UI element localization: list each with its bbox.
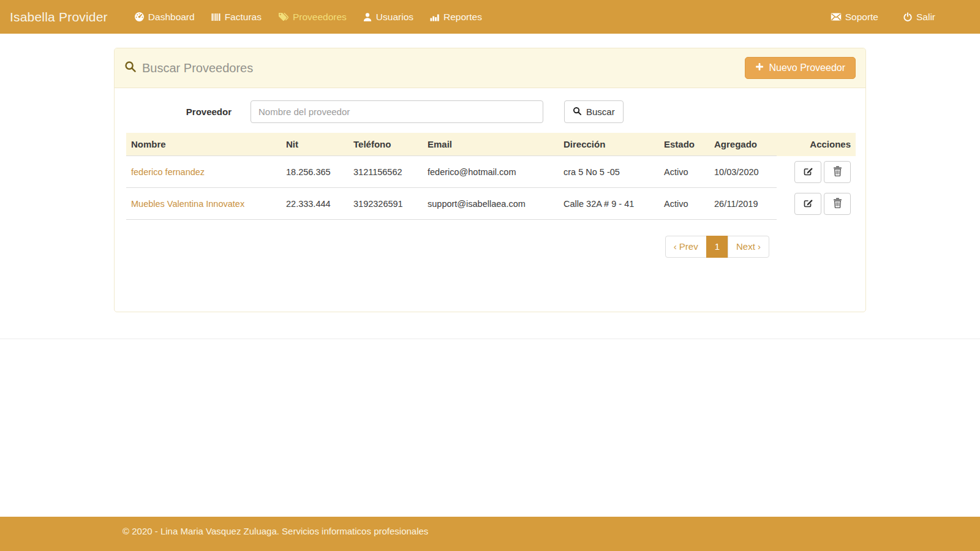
new-provider-button[interactable]: Nuevo Proveedor (745, 57, 856, 79)
barcode-icon (211, 12, 221, 22)
provider-name-link[interactable]: federico fernandez (131, 167, 205, 177)
power-icon (903, 12, 913, 22)
panel-heading: Buscar Proveedores Nuevo Proveedor (115, 48, 865, 88)
trash-icon (833, 166, 842, 178)
cell-phone: 3121156562 (349, 156, 423, 188)
col-header-nit: Nit (281, 133, 349, 156)
pagination-prev-button[interactable]: ‹ Prev (665, 236, 707, 258)
nav-item-soporte[interactable]: Soporte (823, 6, 886, 29)
pagination-next-button[interactable]: Next › (728, 236, 769, 258)
panel-title: Buscar Proveedores (124, 61, 253, 76)
provider-field-label: Proveedor (126, 107, 232, 117)
table-row: Muebles Valentina Innovatex 22.333.444 3… (126, 188, 856, 220)
page: Isabella Provider Dashboard (0, 0, 980, 551)
search-button-label: Buscar (586, 107, 615, 117)
trash-icon (833, 198, 842, 210)
cell-added: 26/11/2019 (709, 188, 777, 220)
page-divider (0, 339, 980, 339)
cell-status: Activo (659, 156, 709, 188)
pagination-page-1[interactable]: 1 (706, 236, 728, 258)
row-actions (782, 161, 851, 183)
top-navbar: Isabella Provider Dashboard (0, 0, 980, 34)
providers-table: Nombre Nit Teléfono Email Dirección Esta… (126, 133, 856, 220)
panel-title-text: Buscar Proveedores (142, 61, 253, 75)
page-footer: © 2020 - Lina Maria Vasquez Zuluaga. Ser… (0, 517, 980, 551)
row-actions (782, 193, 851, 215)
table-row: federico fernandez 18.256.365 3121156562… (126, 156, 856, 188)
footer-copyright: © 2020 - Lina Maria Vasquez Zuluaga. Ser… (123, 526, 428, 536)
tags-icon (277, 12, 289, 22)
search-button[interactable]: Buscar (564, 100, 624, 123)
provider-name-link[interactable]: Muebles Valentina Innovatex (131, 199, 244, 209)
cell-added: 10/03/2020 (709, 156, 777, 188)
edit-icon (803, 166, 813, 178)
nav-label: Salir (916, 12, 935, 23)
nav-item-usuarios[interactable]: Usuarios (355, 6, 421, 29)
cell-email: federico@hotmail.com (423, 156, 559, 188)
col-header-email: Email (423, 133, 559, 156)
nav-item-facturas[interactable]: Facturas (203, 6, 270, 29)
cell-nit: 18.256.365 (281, 156, 349, 188)
nav-label: Proveedores (293, 12, 347, 23)
provider-name-input[interactable] (251, 100, 543, 123)
edit-button[interactable] (794, 193, 821, 215)
nav-item-dashboard[interactable]: Dashboard (126, 6, 203, 29)
nav-label: Dashboard (148, 12, 195, 23)
col-header-nombre: Nombre (126, 133, 281, 156)
col-header-direccion: Dirección (559, 133, 659, 156)
panel-body: Proveedor Buscar (115, 88, 865, 312)
search-icon (124, 61, 137, 76)
cell-address: Calle 32A # 9 - 41 (559, 188, 659, 220)
pagination-row: ‹ Prev 1 Next › (126, 236, 854, 258)
cell-address: cra 5 No 5 -05 (559, 156, 659, 188)
bar-chart-icon (429, 12, 440, 22)
nav-label: Soporte (845, 12, 878, 23)
edit-button[interactable] (794, 161, 821, 183)
envelope-icon (831, 12, 842, 21)
user-icon (363, 12, 372, 22)
nav-label: Usuarios (376, 12, 413, 23)
nav-items: Dashboard Facturas (126, 6, 823, 29)
col-header-telefono: Teléfono (349, 133, 423, 156)
table-header-row: Nombre Nit Teléfono Email Dirección Esta… (126, 133, 856, 156)
providers-panel: Buscar Proveedores Nuevo Proveedor Prove… (114, 48, 866, 312)
nav-label: Reportes (443, 12, 482, 23)
nav-label: Facturas (225, 12, 262, 23)
col-header-estado: Estado (659, 133, 709, 156)
cell-nit: 22.333.444 (281, 188, 349, 220)
search-icon (573, 107, 582, 118)
search-form: Proveedor Buscar (126, 100, 854, 123)
pagination: ‹ Prev 1 Next › (665, 236, 769, 258)
brand[interactable]: Isabella Provider (10, 10, 108, 24)
nav-item-salir[interactable]: Salir (895, 6, 943, 29)
delete-button[interactable] (824, 193, 851, 215)
delete-button[interactable] (824, 161, 851, 183)
nav-right: Soporte Salir (823, 6, 943, 29)
nav-item-proveedores[interactable]: Proveedores (270, 6, 355, 29)
plus-icon (755, 62, 764, 73)
col-header-agregado: Agregado (709, 133, 777, 156)
nav-item-reportes[interactable]: Reportes (421, 6, 490, 29)
tachometer-icon (134, 12, 145, 22)
cell-status: Activo (659, 188, 709, 220)
edit-icon (803, 198, 813, 210)
cell-phone: 3192326591 (349, 188, 423, 220)
cell-email: support@isabellaea.com (423, 188, 559, 220)
col-header-acciones: Acciones (777, 133, 856, 156)
new-provider-label: Nuevo Proveedor (769, 62, 845, 73)
